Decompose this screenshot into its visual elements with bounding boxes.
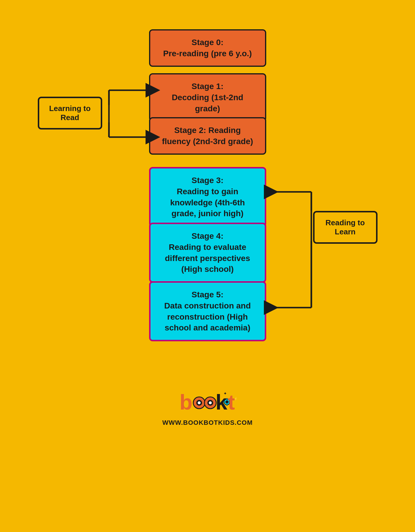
stage4-label: Stage 4: — [159, 231, 256, 242]
rtl-text: Reading to Learn — [325, 218, 365, 236]
svg-rect-22 — [226, 398, 228, 400]
stage3-sublabel: Reading to gain knowledge (4th-6th grade… — [159, 186, 256, 219]
stage5-sublabel: Data construction and reconstruction (Hi… — [159, 300, 256, 333]
svg-point-18 — [209, 401, 212, 404]
website-url: WWW.BOOKBOTKIDS.COM — [162, 419, 253, 427]
svg-text:b: b — [180, 391, 192, 414]
svg-text:t: t — [228, 391, 235, 414]
stage2-box: Stage 2: Reading fluency (2nd-3rd grade) — [149, 117, 266, 155]
svg-rect-24 — [223, 401, 225, 403]
stage2-content: Stage 2: Reading fluency (2nd-3rd grade) — [149, 117, 266, 155]
svg-text:⚡: ⚡ — [234, 396, 237, 401]
diagram-wrapper: Stage 0: Pre-reading (pre 6 y.o.) Learni… — [32, 23, 383, 360]
svg-rect-23 — [226, 404, 228, 405]
main-container: Stage 0: Pre-reading (pre 6 y.o.) Learni… — [18, 23, 397, 427]
stage1-label: Stage 1: — [159, 81, 256, 92]
stage1-content: Stage 1: Decoding (1st-2nd grade) — [149, 73, 266, 122]
stage0-sublabel: Pre-reading (pre 6 y.o.) — [159, 48, 256, 59]
ltr-label: Learning to Read — [38, 97, 102, 129]
stage5-content: Stage 5: Data construction and reconstru… — [149, 281, 266, 341]
reading-to-learn-box: Reading to Learn — [313, 211, 378, 244]
stage3-box: Stage 3: Reading to gain knowledge (4th-… — [149, 167, 266, 227]
stage4-sublabel: Reading to evaluate different perspectiv… — [159, 242, 256, 275]
stage1-sublabel: Decoding (1st-2nd grade) — [159, 92, 256, 114]
stage3-label: Stage 3: — [159, 175, 256, 186]
rtl-label: Reading to Learn — [313, 211, 378, 244]
footer: b k t ✦ ⚡ — [162, 390, 253, 427]
stage4-box: Stage 4: Reading to evaluate different p… — [149, 223, 266, 283]
learning-to-read-box: Learning to Read — [38, 97, 102, 129]
stage0-label: Stage 0: — [159, 37, 256, 48]
stage3-content: Stage 3: Reading to gain knowledge (4th-… — [149, 167, 266, 227]
stage5-label: Stage 5: — [159, 289, 256, 300]
website-text: WWW.BOOKBOTKIDS.COM — [162, 419, 253, 426]
stage4-content: Stage 4: Reading to evaluate different p… — [149, 223, 266, 283]
stage0-content: Stage 0: Pre-reading (pre 6 y.o.) — [149, 29, 266, 67]
stage0-box: Stage 0: Pre-reading (pre 6 y.o.) — [149, 29, 266, 67]
svg-point-15 — [198, 401, 201, 404]
stage5-box: Stage 5: Data construction and reconstru… — [149, 281, 266, 341]
stage1-box: Stage 1: Decoding (1st-2nd grade) — [149, 73, 266, 122]
svg-text:✦: ✦ — [223, 391, 227, 396]
ltr-text: Learning to Read — [49, 104, 91, 122]
bookbot-logo: b k t ✦ ⚡ — [178, 390, 237, 416]
stage2-label: Stage 2: Reading fluency (2nd-3rd grade) — [159, 125, 256, 147]
